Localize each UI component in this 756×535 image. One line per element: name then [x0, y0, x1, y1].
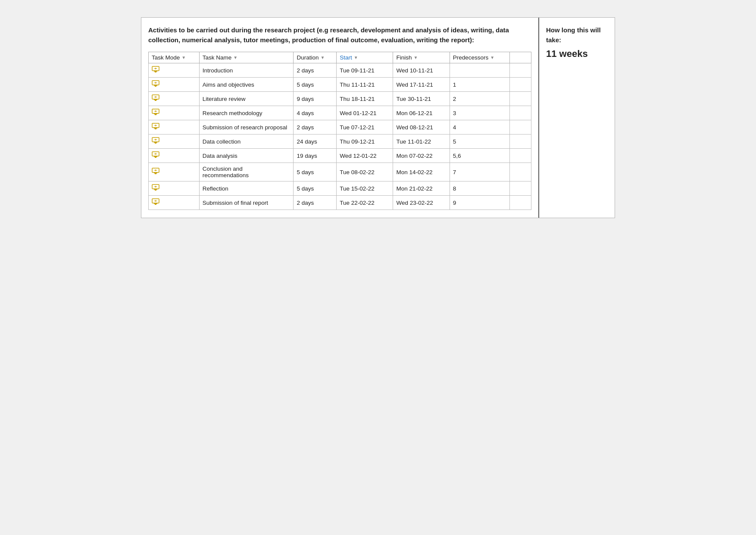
- table-row: Literature review9 daysThu 18-11-21Tue 3…: [149, 92, 531, 106]
- predecessors-cell: 7: [450, 163, 509, 181]
- table-row: Submission of final report2 daysTue 22-0…: [149, 196, 531, 210]
- col-header-start[interactable]: Start ▼: [337, 52, 393, 63]
- duration-cell: 5 days: [294, 78, 337, 92]
- svg-rect-27: [155, 143, 156, 144]
- task-mode-cell: [149, 120, 200, 135]
- task-mode-cell: [149, 135, 200, 149]
- finish-cell: Tue 30-11-21: [393, 92, 450, 106]
- task-name-cell: Research methodology: [199, 106, 294, 120]
- predecessors-cell: [450, 63, 509, 78]
- col-header-task-name[interactable]: Task Name ▼: [199, 52, 294, 63]
- task-mode-cell: [149, 181, 200, 196]
- sort-arrow-task-mode: ▼: [181, 55, 186, 60]
- start-cell: Thu 09-12-21: [337, 135, 393, 149]
- finish-cell: Mon 06-12-21: [393, 106, 450, 120]
- task-mode-cell: [149, 163, 200, 181]
- table-row: Aims and objectives5 daysThu 11-11-21Wed…: [149, 78, 531, 92]
- task-mode-icon: [152, 151, 159, 160]
- task-mode-icon: [152, 198, 159, 207]
- table-row: Submission of research proposal2 daysTue…: [149, 120, 531, 135]
- finish-cell: Tue 11-01-22: [393, 135, 450, 149]
- predecessors-cell: 5,6: [450, 149, 509, 163]
- task-mode-cell: [149, 92, 200, 106]
- table-row: Reflection5 daysTue 15-02-22Mon 21-02-22…: [149, 181, 531, 196]
- right-title: How long this will take:: [546, 25, 608, 45]
- table-row: Data analysis19 daysWed 12-01-22Mon 07-0…: [149, 149, 531, 163]
- extra-cell: [509, 106, 531, 120]
- svg-rect-16: [154, 113, 157, 114]
- sort-arrow-predecessors: ▼: [490, 55, 494, 60]
- duration-cell: 5 days: [294, 181, 337, 196]
- table-row: Research methodology4 daysWed 01-12-21Mo…: [149, 106, 531, 120]
- finish-cell: Mon 21-02-22: [393, 181, 450, 196]
- col-header-finish[interactable]: Finish ▼: [393, 52, 450, 63]
- table-row: Conclusion and recommendations5 daysTue …: [149, 163, 531, 181]
- finish-cell: Wed 10-11-21: [393, 63, 450, 78]
- right-weeks: 11 weeks: [546, 48, 608, 59]
- col-header-task-mode[interactable]: Task Mode ▼: [149, 52, 200, 63]
- svg-rect-42: [155, 190, 156, 191]
- extra-cell: [509, 181, 531, 196]
- svg-rect-11: [154, 99, 157, 100]
- finish-cell: Wed 08-12-21: [393, 120, 450, 135]
- finish-cell: Mon 14-02-22: [393, 163, 450, 181]
- task-mode-icon: [152, 184, 159, 193]
- col-header-duration[interactable]: Duration ▼: [294, 52, 337, 63]
- duration-cell: 9 days: [294, 92, 337, 106]
- svg-rect-2: [155, 72, 156, 72]
- svg-rect-1: [154, 71, 157, 72]
- task-name-cell: Aims and objectives: [199, 78, 294, 92]
- svg-rect-47: [155, 204, 156, 205]
- finish-cell: Wed 23-02-22: [393, 196, 450, 210]
- table-row: Data collection24 daysThu 09-12-21Tue 11…: [149, 135, 531, 149]
- sort-arrow-task-name: ▼: [233, 55, 237, 60]
- col-header-predecessors[interactable]: Predecessors ▼: [450, 52, 509, 63]
- task-name-cell: Data collection: [199, 135, 294, 149]
- svg-rect-36: [154, 172, 157, 173]
- col-header-extra: [509, 52, 531, 63]
- task-name-cell: Literature review: [199, 92, 294, 106]
- sort-arrow-finish: ▼: [414, 55, 418, 60]
- finish-cell: Wed 17-11-21: [393, 78, 450, 92]
- svg-rect-21: [154, 128, 157, 128]
- task-name-cell: Conclusion and recommendations: [199, 163, 294, 181]
- extra-cell: [509, 196, 531, 210]
- duration-cell: 2 days: [294, 120, 337, 135]
- svg-rect-12: [155, 100, 156, 101]
- sort-arrow-duration: ▼: [320, 55, 325, 60]
- right-section: How long this will take: 11 weeks: [539, 18, 615, 218]
- svg-rect-6: [154, 85, 157, 86]
- task-mode-icon: [152, 137, 159, 146]
- gantt-table: Task Mode ▼ Task Name ▼ Duration ▼: [148, 52, 531, 210]
- intro-text: Activities to be carried out during the …: [148, 25, 531, 45]
- start-cell: Wed 01-12-21: [337, 106, 393, 120]
- svg-rect-22: [155, 128, 156, 129]
- task-name-cell: Submission of research proposal: [199, 120, 294, 135]
- task-name-cell: Data analysis: [199, 149, 294, 163]
- extra-cell: [509, 63, 531, 78]
- extra-cell: [509, 135, 531, 149]
- predecessors-cell: 9: [450, 196, 509, 210]
- task-mode-icon: [152, 94, 159, 103]
- svg-rect-26: [154, 142, 157, 143]
- finish-cell: Mon 07-02-22: [393, 149, 450, 163]
- task-mode-cell: [149, 149, 200, 163]
- predecessors-cell: 2: [450, 92, 509, 106]
- predecessors-cell: 1: [450, 78, 509, 92]
- start-cell: Tue 07-12-21: [337, 120, 393, 135]
- duration-cell: 5 days: [294, 163, 337, 181]
- start-cell: Thu 18-11-21: [337, 92, 393, 106]
- sort-arrow-start: ▼: [354, 55, 358, 60]
- svg-rect-37: [155, 173, 156, 174]
- main-container: Activities to be carried out during the …: [141, 17, 615, 218]
- start-cell: Tue 15-02-22: [337, 181, 393, 196]
- duration-cell: 2 days: [294, 63, 337, 78]
- task-mode-cell: [149, 106, 200, 120]
- task-name-cell: Reflection: [199, 181, 294, 196]
- task-name-cell: Introduction: [199, 63, 294, 78]
- task-mode-icon: [152, 66, 159, 75]
- start-cell: Tue 09-11-21: [337, 63, 393, 78]
- extra-cell: [509, 163, 531, 181]
- task-mode-cell: [149, 196, 200, 210]
- task-mode-cell: [149, 78, 200, 92]
